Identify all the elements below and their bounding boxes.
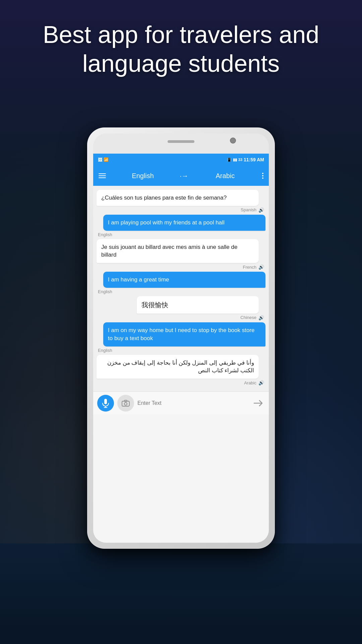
hamburger-line-2 [99,175,106,176]
source-language-label[interactable]: English [110,172,176,180]
app-header: English ·→ Arabic [93,166,269,186]
phone-inner: 🖼 📶 📳 ▮▮ 33 11:59 AM [93,133,269,543]
lang-name-4: English [98,289,112,294]
lang-label-6: English [98,348,265,353]
speaker-icon-5[interactable]: 🔊 [258,315,264,320]
lang-name-7: Arabic [244,380,256,385]
message-block-6: I am on my way home but I need to stop b… [97,322,265,353]
input-bar [93,391,269,414]
lang-label-1: Spanish 🔊 [97,207,264,213]
hamburger-line-3 [99,177,106,178]
target-language-label[interactable]: Arabic [192,172,258,180]
lang-name-5: Chinese [240,315,256,320]
vibrate-icon: 📳 [227,158,232,162]
signal-bars: ▮▮ [233,158,237,162]
bubble-spanish: ¿Cuáles son tus planes para este fin de … [97,190,259,206]
bubble-arabic: وأنا في طريقي إلى المنزل ولكن أنا بحاجة … [97,355,259,379]
message-block-1: ¿Cuáles son tus planes para este fin de … [97,190,265,213]
send-icon [253,399,263,407]
bubble-french: Je suis jouant au billard avec mes amis … [97,239,259,263]
message-block-3: Je suis jouant au billard avec mes amis … [97,239,265,270]
lang-name-1: Spanish [241,207,256,212]
water-area [0,543,362,644]
message-block-5: 我很愉快 Chinese 🔊 [97,296,265,320]
svg-rect-0 [104,399,107,404]
message-text-4: I am having a great time [108,276,169,283]
bubble-great-time: I am having a great time [103,272,265,288]
message-text-5: 我很愉快 [141,301,168,309]
camera-button[interactable] [117,395,134,412]
bubble-bookstore: I am on my way home but I need to stop b… [103,322,265,346]
dot-2 [262,175,263,176]
phone-outer: 🖼 📶 📳 ▮▮ 33 11:59 AM [87,127,275,549]
phone-camera [231,138,235,143]
phone-speaker [168,140,194,143]
hamburger-menu-button[interactable] [99,173,106,178]
message-text-3: Je suis jouant au billard avec mes amis … [101,244,237,258]
dot-1 [262,173,263,174]
mic-icon [102,398,109,408]
hamburger-line-1 [99,173,106,174]
message-block-7: وأنا في طريقي إلى المنزل ولكن أنا بحاجة … [97,355,265,386]
lang-name-6: English [98,348,112,353]
camera-icon [122,400,130,407]
bubble-chinese: 我很愉快 [137,296,259,314]
lang-label-7: Arabic 🔊 [97,380,264,385]
lang-name-2: English [98,232,112,237]
lang-label-5: Chinese 🔊 [97,315,264,320]
lang-label-3: French 🔊 [97,264,264,270]
message-block-4: I am having a great time English [97,272,265,294]
battery-label: 33 [238,158,242,162]
bubble-pool: I am playing pool with my friends at a p… [103,215,265,231]
more-options-button[interactable] [262,173,263,179]
mic-button[interactable] [97,395,114,412]
phone-top-bar [93,133,269,154]
message-text-7: وأنا في طريقي إلى المنزل ولكن أنا بحاجة … [107,360,254,374]
message-text-6: I am on my way home but I need to stop b… [108,327,255,341]
status-right-icons: 📳 ▮▮ 33 11:59 AM [227,157,264,162]
text-input[interactable] [137,396,248,410]
speaker-icon-7[interactable]: 🔊 [258,380,264,385]
speaker-icon-3[interactable]: 🔊 [258,264,264,270]
lang-label-2: English [98,232,265,237]
speaker-icon-1[interactable]: 🔊 [258,207,264,213]
message-block-2: I am playing pool with my friends at a p… [97,215,265,237]
wifi-icon: 📶 [104,157,109,162]
svg-rect-5 [124,400,127,401]
send-button[interactable] [251,396,265,410]
signal-icon: 🖼 [98,157,102,162]
message-text-1: ¿Cuáles son tus planes para este fin de … [101,195,227,201]
chat-area: ¿Cuáles son tus planes para este fin de … [93,186,269,391]
language-direction-arrow[interactable]: ·→ [180,172,188,180]
phone: 🖼 📶 📳 ▮▮ 33 11:59 AM [87,127,275,549]
dot-3 [262,177,263,179]
svg-point-4 [124,402,127,405]
clock: 11:59 AM [244,157,264,162]
message-text-2: I am playing pool with my friends at a p… [108,219,225,226]
headline: Best app for travelers and language stud… [0,20,362,78]
lang-name-3: French [243,265,256,270]
status-bar: 🖼 📶 📳 ▮▮ 33 11:59 AM [93,154,269,166]
app-screen: 🖼 📶 📳 ▮▮ 33 11:59 AM [93,154,269,543]
lang-label-4: English [98,289,265,294]
status-left-icons: 🖼 📶 [98,157,109,162]
